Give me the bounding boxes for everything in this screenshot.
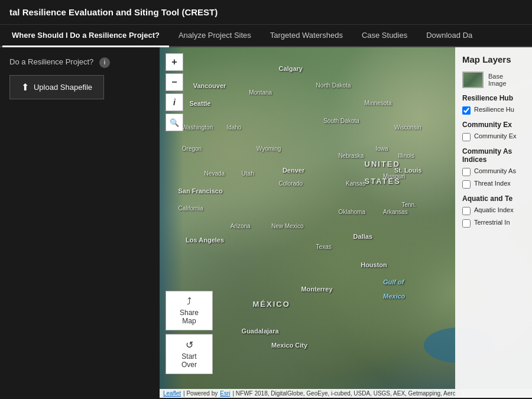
nav-item-analyze-project-site[interactable]: Analyze Project Sites: [169, 25, 261, 47]
sidebar-section-title: Do a Resilience Project? i: [9, 57, 150, 68]
layer-checkbox-2-0[interactable]: [462, 168, 471, 176]
esri-link[interactable]: Esri: [220, 390, 230, 397]
base-layer-thumbnail: [462, 72, 484, 88]
layer-section-title-3: Aquatic and Te: [462, 194, 525, 203]
upload-shapefile-button[interactable]: ⬆ Upload Shapefile: [9, 75, 104, 99]
zoom-out-button[interactable]: −: [166, 73, 183, 91]
map-bottom-buttons: ⤴ Share Map ↺ Start Over: [166, 291, 213, 374]
layer-checkbox-1-0[interactable]: [462, 133, 471, 141]
layer-section-title-0: Resilience Hub: [462, 94, 525, 102]
layer-checkbox-0-0[interactable]: [462, 106, 471, 115]
layer-item-2-1[interactable]: Threat Index: [462, 180, 525, 189]
zoom-in-button[interactable]: +: [166, 53, 183, 71]
layer-checkbox-3-1[interactable]: [462, 219, 471, 228]
upload-icon: ⬆: [21, 82, 29, 93]
map-info-button[interactable]: i: [166, 93, 183, 111]
layer-checkbox-3-0[interactable]: [462, 207, 471, 215]
layers-sections: Resilience HubResilience HuCommunity ExC…: [462, 94, 525, 228]
layer-section-title-1: Community Ex: [462, 121, 525, 129]
nav-item-case-studies[interactable]: Case Studies: [352, 25, 417, 47]
leaflet-link[interactable]: Leaflet: [163, 390, 181, 397]
nav-item-download-da[interactable]: Download Da: [417, 25, 482, 47]
layer-item-0-0[interactable]: Resilience Hu: [462, 106, 525, 115]
layer-item-3-1[interactable]: Terrestrial In: [462, 219, 525, 228]
layers-panel-title: Map Layers: [462, 54, 525, 64]
app-title: tal Resilience Evaluation and Siting Too…: [9, 5, 523, 20]
main-content: Do a Resilience Project? i ⬆ Upload Shap…: [0, 47, 532, 398]
map-search-button[interactable]: 🔍: [166, 113, 183, 131]
info-badge[interactable]: i: [99, 57, 110, 68]
map-background: CalgaryVancouverSeattleWashingtonOregonI…: [160, 47, 532, 398]
nav-bar: Where Should I Do a Resilience Project?A…: [0, 25, 532, 47]
layer-item-3-0[interactable]: Aquatic Index: [462, 206, 525, 215]
base-layer-item[interactable]: Base Image: [462, 72, 525, 88]
map-controls: + − i 🔍: [166, 53, 183, 131]
share-map-button[interactable]: ⤴ Share Map: [166, 291, 213, 330]
base-layer-label: Base: [488, 73, 507, 80]
layer-item-2-0[interactable]: Community As: [462, 167, 525, 176]
layer-section-title-2: Community As Indices: [462, 147, 525, 164]
nav-item-where-should-i-do-a-[interactable]: Where Should I Do a Resilience Project?: [2, 25, 169, 47]
layer-item-1-0[interactable]: Community Ex: [462, 132, 525, 141]
nav-item-targeted-watersheds[interactable]: Targeted Watersheds: [261, 25, 352, 47]
start-over-button[interactable]: ↺ Start Over: [166, 334, 213, 374]
map-layers-panel: Map Layers Base Image Resilience HubResi…: [455, 47, 532, 398]
base-layer-sublabel: Image: [488, 80, 507, 87]
layer-checkbox-2-1[interactable]: [462, 180, 471, 189]
share-icon: ⤴: [187, 296, 192, 307]
restart-icon: ↺: [186, 339, 193, 351]
app-header: tal Resilience Evaluation and Siting Too…: [0, 0, 532, 25]
map-container[interactable]: CalgaryVancouverSeattleWashingtonOregonI…: [160, 47, 532, 398]
left-sidebar: Do a Resilience Project? i ⬆ Upload Shap…: [0, 47, 160, 398]
